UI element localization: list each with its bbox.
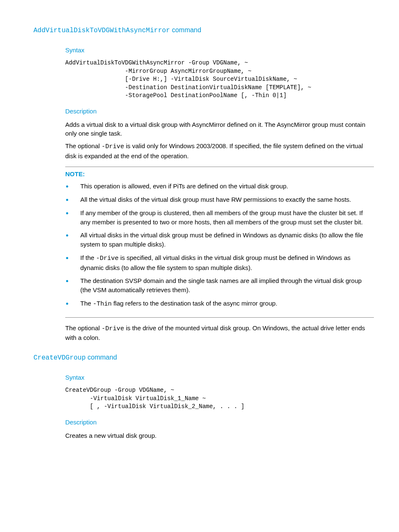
note-box: NOTE: This operation is allowed, even if…	[65, 167, 374, 318]
syntax-heading-2: Syntax	[65, 373, 374, 382]
code-drive-3: -Drive	[102, 325, 124, 332]
note-item: The -Thin flag refers to the destination…	[73, 299, 374, 309]
note-item: All virtual disks in the virtual disk gr…	[73, 231, 374, 249]
command-suffix-1: command	[170, 26, 201, 33]
description-para-2: Creates a new virtual disk group.	[65, 431, 374, 440]
command-heading-1: AddVirtualDiskToVDGWithAsyncMirror comma…	[33, 25, 374, 36]
command-name-1: AddVirtualDiskToVDGWithAsyncMirror	[33, 27, 170, 34]
code-drive-2: -Drive	[96, 255, 119, 262]
note-item: The destination SVSP domain and the sing…	[73, 276, 374, 295]
page: AddVirtualDiskToVDGWithAsyncMirror comma…	[33, 25, 374, 532]
syntax-heading-1: Syntax	[65, 46, 374, 55]
note-item: All the virtual disks of the virtual dis…	[73, 195, 374, 204]
description-heading-2: Description	[65, 418, 374, 427]
note-item: If any member of the group is clustered,…	[73, 208, 374, 227]
code-thin: -Thin	[93, 301, 112, 308]
note-item: If the -Drive is specified, all virtual …	[73, 253, 374, 272]
after-note-para: The optional -Drive is the drive of the …	[65, 324, 374, 343]
note-label: NOTE:	[65, 170, 374, 179]
syntax-code-1: AddVirtualDiskToVDGWithAsyncMirror -Grou…	[65, 59, 374, 100]
command-suffix-2: command	[86, 354, 117, 361]
note-item: This operation is allowed, even if PiTs …	[73, 182, 374, 191]
code-drive-1: -Drive	[102, 143, 124, 150]
syntax-code-2: CreateVDGroup -Group VDGName, ~ -Virtual…	[65, 386, 374, 411]
command-name-2: CreateVDGroup	[33, 354, 86, 362]
description-heading-1: Description	[65, 107, 374, 116]
command-heading-2: CreateVDGroup command	[33, 352, 374, 363]
description-para-1b: The optional -Drive is valid only for Wi…	[65, 141, 374, 161]
note-list: This operation is allowed, even if PiTs …	[65, 182, 374, 308]
description-para-1a: Adds a virtual disk to a virtual disk gr…	[65, 120, 374, 139]
